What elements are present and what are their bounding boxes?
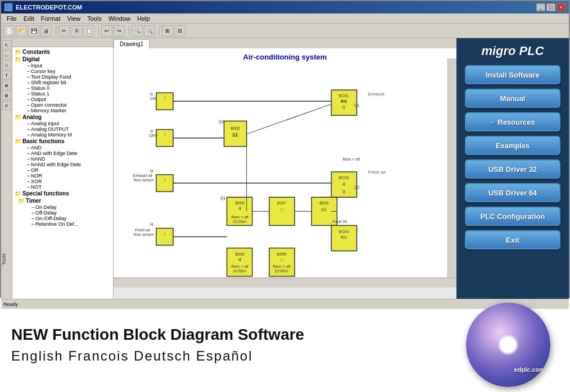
tree-content: 📁 Constants 📁 Digital –Input –Cursor key… [12, 47, 113, 228]
maximize-button[interactable]: □ [546, 3, 555, 11]
tree-item-not[interactable]: –NOT [18, 184, 112, 190]
cut-button[interactable]: ✂ [58, 25, 70, 37]
tree-item-xor[interactable]: –XOR [18, 179, 112, 184]
new-button[interactable]: 📄 [3, 25, 15, 37]
print-button[interactable]: 🖨 [40, 25, 52, 37]
tree-digital[interactable]: 📁 Digital [13, 56, 112, 63]
tree-item-status0[interactable]: –Status 0 [18, 85, 112, 91]
tree-item-open-connector[interactable]: –Open connector [18, 102, 112, 108]
undo-button[interactable]: ↩ [101, 25, 112, 37]
tool-connect[interactable]: ⊕ [2, 81, 11, 90]
tree-basic[interactable]: 📁 Basic functions [13, 138, 112, 145]
tool-block[interactable]: □ [2, 61, 11, 70]
svg-text:4: 4 [238, 257, 241, 262]
resources-button[interactable]: ▶ Resources [465, 112, 560, 131]
menu-file[interactable]: File [3, 15, 20, 22]
svg-text:≥1: ≥1 [321, 207, 327, 212]
horizontal-scrollbar[interactable] [114, 277, 456, 288]
diagram-canvas[interactable]: Air-conditioning system I ON I1 I OFF I [114, 48, 456, 288]
svg-text:I4: I4 [150, 222, 153, 226]
usb-driver-64-button[interactable]: USB Driver 64 [465, 183, 560, 202]
svg-text:Fresh air: Fresh air [368, 170, 386, 175]
bottom-line1: NEW Function Block Diagram Software [11, 326, 446, 344]
svg-text:B008: B008 [235, 252, 244, 256]
svg-text:Fresh air: Fresh air [135, 228, 151, 232]
tree-constants[interactable]: 📁 Constants [13, 48, 112, 56]
tree-header [12, 38, 113, 47]
redo-button[interactable]: ↪ [114, 25, 125, 37]
tree-item-nand[interactable]: –NAND [18, 156, 112, 162]
svg-text:RS: RS [341, 235, 347, 240]
vertical-scrollbar[interactable] [447, 58, 456, 277]
tree-item-nand-edge[interactable]: –NAND with Edge Dete [18, 162, 112, 167]
paste-button[interactable]: 📋 [83, 25, 94, 37]
zoom-in-button[interactable]: 🔍 [132, 25, 143, 37]
svg-line-60 [247, 104, 332, 134]
content-area: ↖ — □ T ⊕ ⊗ ≡ Tools 📁 Constants [1, 38, 569, 299]
menu-format[interactable]: Format [38, 15, 64, 22]
tree-item-shift[interactable]: –Shift register bit [18, 80, 112, 85]
tree-item-nor[interactable]: –NOR [18, 173, 112, 179]
svg-text:10:00s+: 10:00s+ [233, 220, 247, 224]
minimize-button[interactable]: _ [536, 3, 545, 11]
tree-item-analog-input[interactable]: –Analog input [18, 121, 112, 126]
bottom-area: NEW Function Block Diagram Software Engl… [0, 298, 570, 392]
svg-text:I: I [164, 133, 165, 136]
tb-extra2[interactable]: ⊟ [174, 25, 186, 37]
tree-timer[interactable]: 📁 Timer [13, 197, 112, 204]
install-software-button[interactable]: Install Software [465, 65, 560, 84]
svg-text:Q1: Q1 [354, 103, 359, 108]
svg-text:Q: Q [342, 189, 346, 194]
menu-window[interactable]: Window [105, 15, 134, 22]
tree-item-textdisplay[interactable]: –Text Display Fund [18, 74, 112, 80]
tab-drawing1[interactable]: Drawing1 [114, 39, 150, 48]
manual-button[interactable]: Manual [465, 89, 560, 108]
tool-wire[interactable]: — [2, 51, 11, 60]
tree-item-on-off-delay[interactable]: –On-/Off-Delay [18, 216, 112, 221]
folder-icon: 📁 [15, 138, 21, 144]
tree-item-analog-output[interactable]: –Analog OUTPUT [18, 126, 112, 132]
svg-text:Exhaust: Exhaust [368, 92, 385, 97]
tb-extra1[interactable]: ⊞ [162, 25, 173, 37]
tree-item-memory-marker[interactable]: –Memory Marker [18, 108, 112, 113]
examples-button[interactable]: Examples [465, 136, 560, 155]
usb-driver-32-button[interactable]: USB Driver 32 [465, 159, 560, 179]
tree-special[interactable]: 📁 Special functions [13, 190, 112, 197]
tree-item-off-delay[interactable]: –Off-Delay [18, 210, 112, 216]
svg-text:Rem = off: Rem = off [231, 215, 248, 219]
svg-text:B002: B002 [230, 126, 239, 130]
svg-text:flow sensor: flow sensor [134, 178, 154, 182]
tree-basic-group: –AND –AND with Edge Dete –NAND –NAND wit… [13, 145, 112, 190]
copy-button[interactable]: ⎘ [71, 25, 82, 37]
tree-item-input[interactable]: –Input [18, 63, 112, 69]
tree-item-status1[interactable]: –Status 1 [18, 91, 112, 97]
tree-item-retentive[interactable]: –Retentive On Del... [18, 221, 112, 227]
open-button[interactable]: 📂 [16, 25, 27, 37]
tree-item-and[interactable]: –AND [18, 145, 112, 151]
svg-text:Rem = off: Rem = off [343, 157, 360, 161]
menu-view[interactable]: View [64, 15, 84, 22]
tree-item-cursor[interactable]: –Cursor key [18, 69, 112, 74]
tool-extra2[interactable]: ≡ [2, 101, 11, 110]
tree-item-or[interactable]: –OR [18, 167, 112, 173]
plc-configuration-button[interactable]: PLC Configuration [465, 207, 560, 226]
window-controls: _ □ × [536, 3, 566, 11]
tree-item-analog-memory[interactable]: –Analog Memory M [18, 132, 112, 138]
tree-analog[interactable]: 📁 Analog [13, 113, 112, 121]
tree-item-on-delay[interactable]: –On Delay [18, 204, 112, 210]
tool-text[interactable]: T [2, 71, 11, 80]
save-button[interactable]: 💾 [28, 25, 39, 37]
close-button[interactable]: × [557, 3, 566, 11]
svg-rect-13 [156, 228, 173, 245]
menu-tools[interactable]: Tools [84, 15, 105, 22]
tree-item-output[interactable]: –Output [18, 97, 112, 102]
tree-item-and-edge[interactable]: –AND with Edge Dete [18, 151, 112, 156]
svg-text:I2: I2 [150, 129, 153, 133]
menu-help[interactable]: Help [134, 15, 153, 22]
zoom-out-button[interactable]: 🔍 [144, 25, 155, 37]
menu-edit[interactable]: Edit [20, 15, 38, 22]
exit-button[interactable]: Exit [465, 230, 560, 249]
menu-bar: File Edit Format View Tools Window Help [1, 13, 569, 24]
tool-extra1[interactable]: ⊗ [2, 91, 11, 100]
tool-select[interactable]: ↖ [2, 40, 11, 49]
